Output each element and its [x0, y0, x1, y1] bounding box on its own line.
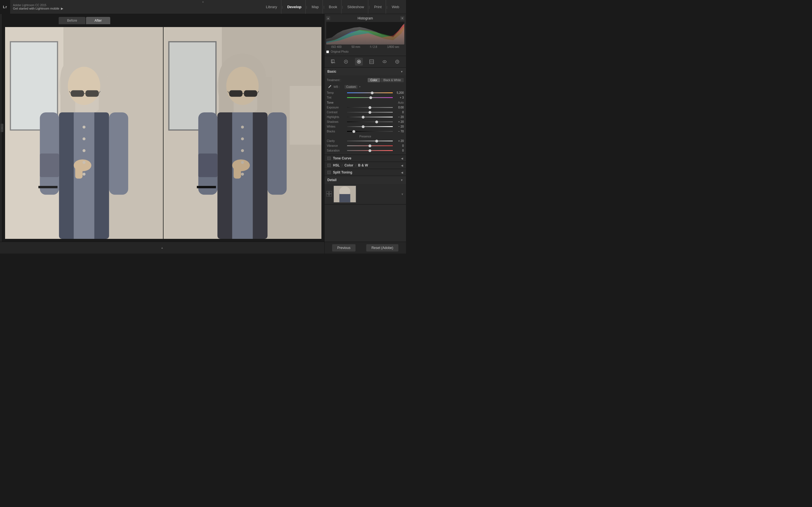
- nav-library[interactable]: Library: [262, 0, 282, 14]
- whites-slider-track[interactable]: [347, 126, 393, 127]
- svg-point-60: [345, 61, 347, 62]
- clarity-slider-thumb[interactable]: [375, 140, 378, 143]
- exposure-slider-thumb[interactable]: [368, 106, 371, 109]
- adjustment-brush-tool[interactable]: [393, 58, 401, 66]
- basic-section: Basic ▼ Treatment : Color Black & White: [324, 68, 406, 155]
- contrast-slider-thumb[interactable]: [368, 111, 371, 114]
- nav-web[interactable]: Web: [388, 0, 403, 14]
- tint-slider-track[interactable]: [347, 97, 393, 98]
- left-panel: ‹: [0, 14, 2, 242]
- nav-develop[interactable]: Develop: [283, 0, 306, 14]
- temp-slider-thumb[interactable]: [371, 92, 373, 94]
- tint-slider-row: Tint + 3: [327, 95, 404, 100]
- left-panel-toggle[interactable]: ‹: [1, 124, 3, 132]
- nav-map[interactable]: Map: [308, 0, 323, 14]
- bw-treatment-btn[interactable]: Black & White: [380, 78, 404, 82]
- radial-filter-tool[interactable]: [380, 58, 389, 66]
- wb-label: WB :: [334, 86, 343, 89]
- vibrance-label: Vibrance: [327, 144, 346, 147]
- svg-rect-18: [40, 154, 59, 177]
- contrast-slider-track[interactable]: [347, 112, 393, 113]
- exposure-slider-track[interactable]: [347, 107, 393, 108]
- shutter-value: 1/800 sec: [387, 45, 399, 48]
- after-photo: [163, 27, 321, 239]
- clarity-slider-track[interactable]: [347, 140, 393, 142]
- saturation-value: 0: [394, 149, 404, 152]
- photo-tabs: Before After: [2, 14, 324, 24]
- basic-section-header[interactable]: Basic ▼: [324, 68, 406, 75]
- before-photo-panel: [5, 27, 163, 239]
- detail-title: Detail: [327, 178, 337, 182]
- basic-title: Basic: [327, 69, 336, 73]
- detail-header[interactable]: Detail ▼: [324, 176, 406, 184]
- saturation-slider-thumb[interactable]: [368, 149, 371, 152]
- svg-point-51: [241, 137, 244, 140]
- after-tab[interactable]: After: [86, 17, 110, 24]
- histogram-left-arrow[interactable]: ▲: [326, 16, 330, 20]
- auto-btn[interactable]: Auto: [398, 101, 404, 104]
- blacks-slider-thumb[interactable]: [352, 130, 355, 133]
- svg-point-26: [83, 173, 86, 175]
- hsl-arrow: ◀: [401, 164, 403, 167]
- nav-print[interactable]: Print: [370, 0, 386, 14]
- graduated-filter-tool[interactable]: [368, 58, 375, 66]
- nav-book[interactable]: Book: [325, 0, 342, 14]
- subtitle-arrow[interactable]: ▶: [61, 7, 63, 10]
- shadows-slider-track[interactable]: [347, 121, 393, 122]
- shadows-label: Shadows: [327, 120, 346, 123]
- svg-rect-16: [40, 112, 59, 194]
- before-tab[interactable]: Before: [59, 17, 86, 24]
- vibrance-slider-track[interactable]: [347, 145, 393, 146]
- histogram-right-arrow[interactable]: ▼: [400, 16, 404, 20]
- iso-value: ISO 400: [331, 45, 342, 48]
- tint-slider-thumb[interactable]: [369, 96, 372, 99]
- right-bottom-buttons: Previous Reset (Adobe): [324, 242, 406, 253]
- top-panel-toggle[interactable]: ▲: [202, 0, 204, 3]
- reset-button[interactable]: Reset (Adobe): [366, 244, 398, 251]
- split-toning-title: Split Toning: [333, 170, 401, 174]
- wb-row: WB : Custom ▾: [327, 83, 404, 91]
- saturation-slider-track[interactable]: [347, 150, 393, 151]
- spot-removal-tool[interactable]: [342, 58, 350, 66]
- treatment-label: Treatment :: [327, 78, 341, 82]
- highlights-slider-row: Highlights − 20: [327, 115, 404, 119]
- nav-menu: Library | Develop | Map | Book | Slidesh…: [262, 0, 406, 14]
- blacks-slider-track[interactable]: [347, 131, 393, 132]
- crop-tool[interactable]: [329, 58, 337, 66]
- red-eye-tool[interactable]: [355, 58, 363, 66]
- contrast-label: Contrast: [327, 111, 346, 114]
- highlights-slider-track[interactable]: [347, 117, 393, 117]
- svg-rect-81: [340, 194, 350, 202]
- detail-thumbnail: [334, 186, 356, 203]
- clarity-label: Clarity: [327, 139, 346, 143]
- nav-slideshow[interactable]: Slideshow: [343, 0, 368, 14]
- app-name: Adobe Lightroom CC 2015: [13, 4, 63, 7]
- tone-curve-row[interactable]: Tone Curve ◀: [324, 155, 406, 162]
- shadows-slider-thumb[interactable]: [375, 121, 378, 123]
- svg-point-63: [359, 61, 359, 62]
- highlights-slider-thumb[interactable]: [362, 116, 364, 119]
- previous-button[interactable]: Previous: [332, 244, 356, 251]
- color-treatment-btn[interactable]: Color: [368, 78, 380, 82]
- svg-point-54: [241, 173, 244, 175]
- vibrance-value: 0: [394, 144, 404, 147]
- tone-curve-square: [327, 157, 331, 160]
- bottom-panel-toggle[interactable]: ▲: [161, 246, 163, 249]
- eyedropper-icon[interactable]: [327, 84, 333, 90]
- original-photo-checkbox[interactable]: [326, 50, 329, 53]
- bottom-bar: ▲ Previous Reset (Adobe): [0, 242, 406, 253]
- contrast-slider-row: Contrast 0: [327, 110, 404, 115]
- split-toning-row[interactable]: Split Toning ◀: [324, 169, 406, 176]
- svg-rect-56: [331, 60, 334, 62]
- whites-slider-thumb[interactable]: [362, 125, 364, 128]
- wb-dropdown[interactable]: Custom: [345, 85, 357, 89]
- saturation-slider-row: Saturation 0: [327, 148, 404, 153]
- hsl-row[interactable]: HSL / Color / B & W ◀: [324, 162, 406, 169]
- wb-dropdown-arrow[interactable]: ▾: [359, 86, 361, 88]
- clarity-value: + 20: [394, 139, 404, 143]
- detail-target-icon[interactable]: [326, 191, 332, 197]
- svg-point-52: [241, 149, 244, 152]
- histogram-chart: [326, 22, 404, 45]
- vibrance-slider-thumb[interactable]: [368, 145, 371, 147]
- temp-slider-track[interactable]: [347, 93, 393, 93]
